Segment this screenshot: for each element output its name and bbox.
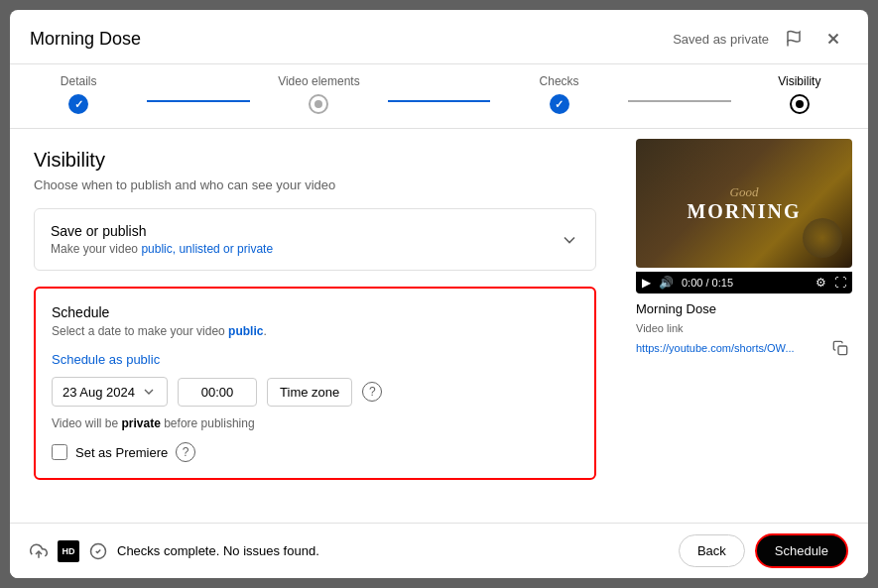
step-video-elements-circle — [309, 94, 328, 114]
chevron-down-icon — [560, 230, 579, 250]
premiere-checkbox[interactable] — [52, 444, 67, 460]
dot-icon — [314, 100, 322, 108]
checks-complete-text: Checks complete. No issues found. — [117, 543, 319, 558]
step-details-label: Details — [61, 74, 97, 88]
date-dropdown[interactable]: 23 Aug 2024 — [52, 377, 168, 407]
date-value: 23 Aug 2024 — [63, 385, 135, 400]
step-visibility: Visibility — [731, 74, 868, 114]
save-publish-link: public, unlisted or private — [141, 242, 273, 256]
modal-title: Morning Dose — [30, 29, 141, 50]
volume-button[interactable]: 🔊 — [659, 276, 674, 290]
saved-status: Saved as private — [673, 32, 769, 47]
connector-3 — [628, 100, 731, 102]
modal-content: Visibility Choose when to publish and wh… — [10, 129, 868, 523]
modal-header: Morning Dose Saved as private — [10, 10, 868, 64]
schedule-sub-keyword: public — [228, 324, 263, 338]
help-icon[interactable]: ? — [362, 382, 382, 402]
step-video-elements-label: Video elements — [278, 74, 360, 88]
time-current: 0:00 — [682, 277, 702, 289]
thumb-overlay: Good MORNING — [687, 184, 801, 223]
thumb-text-line2: MORNING — [687, 200, 801, 223]
step-checks-label: Checks — [540, 74, 579, 88]
step-checks-circle: ✓ — [550, 94, 569, 114]
video-link-label: Video link — [636, 322, 852, 334]
modal-container: Morning Dose Saved as private Details ✓ — [10, 10, 868, 578]
time-total: 0:15 — [712, 277, 733, 289]
video-controls: ▶ 🔊 0:00 / 0:15 ⚙ ⛶ — [636, 272, 852, 294]
play-button[interactable]: ▶ — [642, 276, 651, 290]
check-circle-icon — [89, 542, 107, 560]
thumb-text-line1: Good — [687, 184, 801, 200]
step-checks: Checks ✓ — [490, 74, 627, 114]
footer-right: Back Schedule — [679, 533, 848, 568]
upload-icon — [30, 542, 48, 560]
flag-button[interactable] — [779, 24, 809, 54]
step-details: Details ✓ — [10, 74, 147, 114]
copy-icon — [832, 340, 848, 356]
schedule-sub: Select a date to make your video public. — [52, 324, 578, 338]
visibility-subtitle: Choose when to publish and who can see y… — [34, 177, 596, 192]
close-icon — [824, 30, 842, 48]
premiere-help-icon[interactable]: ? — [176, 442, 195, 462]
schedule-public-label: Schedule as public — [52, 352, 578, 367]
premiere-row: Set as Premiere ? — [52, 442, 578, 462]
check-icon-2: ✓ — [555, 98, 564, 111]
connector-2 — [388, 100, 491, 102]
video-link-row: https://youtube.com/shorts/OW... — [636, 336, 852, 360]
flag-icon — [785, 30, 803, 48]
video-title-side: Morning Dose — [636, 301, 852, 316]
copy-link-button[interactable] — [828, 336, 852, 360]
side-panel: Good MORNING ▶ 🔊 0:00 / 0:15 ⚙ ⛶ Morning… — [620, 129, 868, 523]
step-video-elements: Video elements — [250, 74, 387, 114]
schedule-box: Schedule Select a date to make your vide… — [34, 287, 596, 480]
save-publish-box[interactable]: Save or publish Make your video public, … — [34, 208, 596, 271]
step-visibility-circle — [790, 94, 810, 114]
save-publish-sub-text: Make your video — [51, 242, 141, 256]
private-note: Video will be private before publishing — [52, 416, 578, 430]
header-right: Saved as private — [673, 24, 848, 54]
connector-1 — [147, 100, 250, 102]
settings-button[interactable]: ⚙ — [815, 276, 826, 290]
svg-rect-3 — [838, 346, 847, 355]
video-link-url[interactable]: https://youtube.com/shorts/OW... — [636, 342, 822, 354]
save-publish-content: Save or publish Make your video public, … — [51, 223, 273, 256]
premiere-label: Set as Premiere — [75, 445, 168, 460]
time-display: 0:00 / 0:15 — [682, 277, 808, 289]
modal-footer: HD Checks complete. No issues found. Bac… — [10, 523, 868, 578]
visibility-title: Visibility — [34, 149, 596, 172]
back-button[interactable]: Back — [679, 534, 745, 567]
schedule-title: Schedule — [52, 304, 578, 320]
stepper: Details ✓ Video elements Checks ✓ Visibi… — [10, 64, 868, 129]
private-note-prefix: Video will be — [52, 416, 122, 430]
schedule-sub-prefix: Select a date to make your video — [52, 324, 228, 338]
schedule-button[interactable]: Schedule — [755, 533, 848, 568]
step-details-circle: ✓ — [68, 94, 88, 114]
timezone-button[interactable]: Time zone — [267, 378, 352, 407]
fullscreen-button[interactable]: ⛶ — [834, 276, 846, 290]
save-publish-sub: Make your video public, unlisted or priv… — [51, 242, 273, 256]
date-time-row: 23 Aug 2024 Time zone ? — [52, 377, 578, 407]
footer-left: HD Checks complete. No issues found. — [30, 540, 319, 562]
time-input[interactable] — [178, 378, 257, 407]
dropdown-arrow-icon — [141, 384, 157, 400]
step-visibility-label: Visibility — [778, 74, 820, 88]
private-note-suffix: before publishing — [161, 416, 255, 430]
active-dot-icon — [796, 100, 804, 108]
video-thumbnail: Good MORNING — [636, 139, 852, 268]
hd-badge: HD — [58, 540, 79, 562]
close-button[interactable] — [818, 24, 848, 54]
save-publish-label: Save or publish — [51, 223, 273, 239]
private-note-keyword: private — [122, 416, 161, 430]
main-panel: Visibility Choose when to publish and wh… — [10, 129, 620, 523]
coffee-decoration — [803, 218, 842, 258]
check-icon: ✓ — [74, 98, 83, 111]
schedule-sub-suffix: . — [263, 324, 266, 338]
